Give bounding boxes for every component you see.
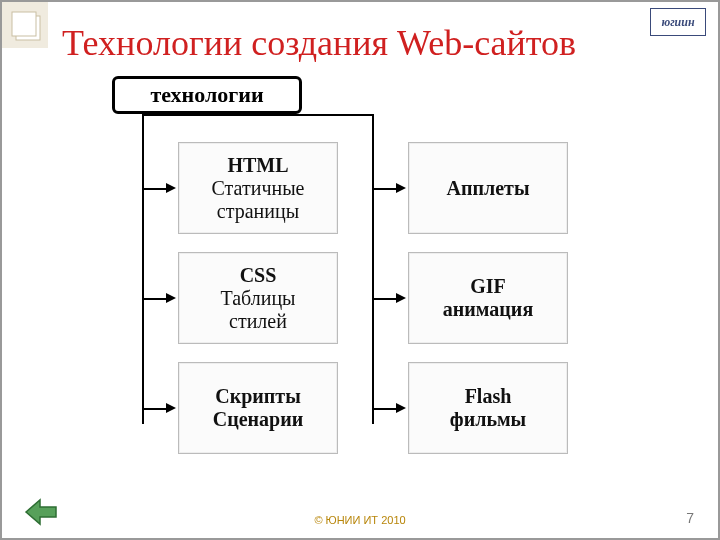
leaf-label: стилей (220, 310, 295, 333)
leaf-label: Статичные (212, 177, 305, 200)
connector-line (372, 188, 396, 190)
leaf-label: Скрипты (213, 385, 304, 408)
leaf-scripts: Скрипты Сценарии (178, 362, 338, 454)
leaf-label: GIF (443, 275, 533, 298)
leaf-applets: Апплеты (408, 142, 568, 234)
connector-line (372, 298, 396, 300)
arrow-icon (166, 293, 176, 303)
svg-rect-2 (12, 12, 36, 36)
arrow-icon (166, 183, 176, 193)
leaf-label: фильмы (450, 408, 526, 431)
arrow-icon (166, 403, 176, 413)
arrow-icon (396, 293, 406, 303)
connector-line (142, 188, 166, 190)
root-node-label: технологии (150, 82, 263, 108)
root-node: технологии (112, 76, 302, 114)
connector-line (372, 408, 396, 410)
leaf-label: CSS (220, 264, 295, 287)
leaf-label: HTML (212, 154, 305, 177)
slide: югиин Технологии создания Web-сайтов тех… (0, 0, 720, 540)
arrow-icon (396, 183, 406, 193)
arrow-left-icon (24, 498, 58, 526)
leaf-css: CSS Таблицы стилей (178, 252, 338, 344)
nav-back-button[interactable] (24, 498, 58, 526)
connector-line (142, 298, 166, 300)
leaf-label: Сценарии (213, 408, 304, 431)
footer-copyright: © ЮНИИ ИТ 2010 (2, 514, 718, 526)
page-title: Технологии создания Web-сайтов (62, 24, 698, 64)
leaf-label: Апплеты (446, 177, 529, 200)
leaf-label: Таблицы (220, 287, 295, 310)
leaf-gif: GIF анимация (408, 252, 568, 344)
connector-line (372, 114, 374, 424)
leaf-html: HTML Статичные страницы (178, 142, 338, 234)
leaf-flash: Flash фильмы (408, 362, 568, 454)
corner-decoration (2, 2, 48, 540)
connector-line (142, 114, 144, 424)
leaf-label: страницы (212, 200, 305, 223)
arrow-icon (396, 403, 406, 413)
svg-marker-3 (26, 500, 56, 524)
leaf-label: Flash (450, 385, 526, 408)
connector-line (142, 408, 166, 410)
connector-line (142, 114, 372, 116)
page-number: 7 (686, 510, 694, 526)
leaf-label: анимация (443, 298, 533, 321)
